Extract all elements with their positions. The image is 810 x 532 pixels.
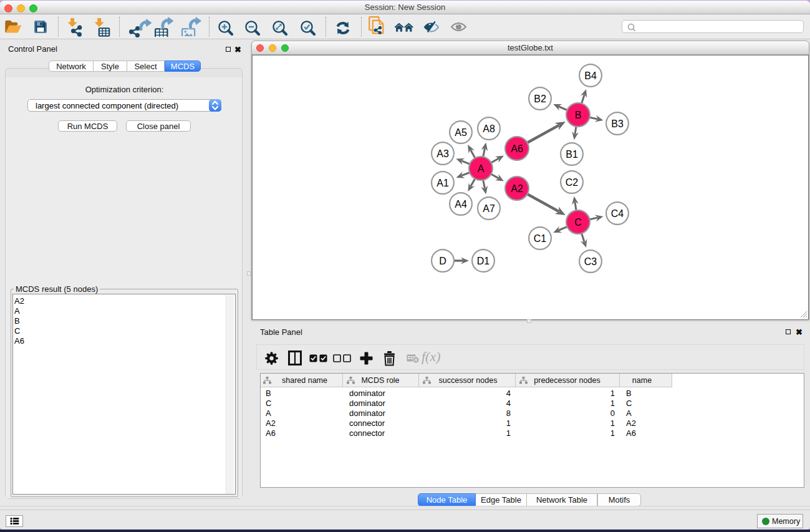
svg-text:A7: A7 — [483, 203, 495, 214]
svg-text:C1: C1 — [534, 233, 547, 244]
svg-text:A3: A3 — [436, 148, 449, 159]
svg-text:C2: C2 — [566, 177, 579, 188]
svg-text:A5: A5 — [455, 127, 467, 138]
svg-text:B: B — [575, 110, 582, 120]
svg-text:A4: A4 — [455, 199, 467, 210]
svg-text:B3: B3 — [611, 118, 624, 129]
svg-text:A6: A6 — [511, 143, 523, 154]
svg-text:A1: A1 — [436, 178, 449, 188]
svg-text:D1: D1 — [477, 256, 490, 266]
svg-text:B2: B2 — [534, 94, 546, 104]
svg-text:A: A — [478, 163, 485, 174]
svg-text:A8: A8 — [483, 123, 495, 134]
svg-text:B4: B4 — [584, 70, 597, 81]
svg-text:B1: B1 — [566, 149, 578, 160]
svg-text:C: C — [574, 217, 582, 228]
svg-text:D: D — [439, 256, 446, 266]
svg-text:C3: C3 — [584, 256, 597, 267]
svg-text:A2: A2 — [511, 183, 523, 194]
svg-text:C4: C4 — [611, 208, 624, 219]
